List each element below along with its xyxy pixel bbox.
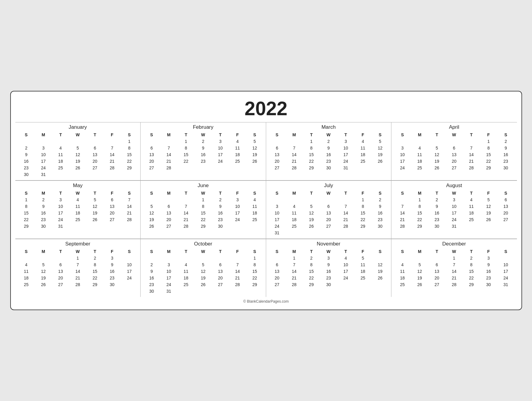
day-cell: 24 [497,275,514,281]
day-cell: 21 [104,158,121,165]
day-cell: 2 [428,196,445,203]
day-cell [177,171,194,173]
week-row: 78910111213 [394,203,515,210]
day-cell: 19 [480,210,497,216]
day-cell: 29 [246,281,263,288]
day-header: W [69,248,86,255]
day-cell [286,288,303,290]
day-cell: 23 [320,158,337,165]
day-cell [394,255,411,261]
day-cell: 2 [212,196,229,203]
day-cell [463,138,480,145]
day-cell: 21 [463,158,480,165]
day-cell: 4 [463,196,480,203]
day-cell [86,230,104,231]
day-header: M [286,190,303,196]
day-cell [497,171,514,173]
footer: © BlankCalendarPages.com [15,299,517,304]
day-cell: 30 [497,165,514,171]
month-name-july: July [269,183,389,189]
day-cell: 10 [212,145,229,151]
day-cell [69,288,86,290]
week-row [269,288,389,290]
week-row: 2627282930 [143,223,263,230]
day-cell: 14 [286,268,303,275]
day-cell: 22 [194,216,212,223]
week-row: 22232425262728 [18,216,138,223]
day-cell: 16 [143,275,160,281]
day-header: T [52,131,69,138]
day-cell: 23 [320,275,337,281]
day-header: F [480,131,497,138]
day-cell: 27 [104,216,121,223]
week-row: 10111213141516 [394,151,515,158]
day-cell: 7 [104,145,121,151]
day-cell [212,230,229,231]
week-row [394,230,515,231]
day-cell [372,230,389,236]
day-cell [121,281,138,288]
day-cell [394,230,411,231]
day-cell: 17 [52,210,69,216]
month-name-september: September [18,241,138,247]
day-header: T [177,131,194,138]
day-cell: 4 [286,203,303,210]
day-cell: 15 [480,151,497,158]
day-cell [121,223,138,230]
day-cell [143,171,160,173]
day-cell: 10 [446,203,463,210]
day-cell: 17 [121,268,138,275]
day-header: F [229,248,246,255]
day-cell: 26 [246,158,263,165]
day-cell: 29 [354,223,372,230]
week-row: 2728 [143,165,263,171]
day-header: M [411,248,428,255]
day-cell: 2 [143,261,160,268]
day-cell: 4 [177,261,194,268]
week-row: 13141516171819 [269,151,389,158]
day-cell: 16 [212,210,229,216]
day-cell: 2 [463,255,480,261]
day-cell [18,255,35,261]
day-header: S [372,131,389,138]
day-cell [229,255,246,261]
day-header: W [320,131,337,138]
day-cell [320,230,337,236]
day-cell: 19 [372,268,389,275]
day-cell: 12 [35,268,52,275]
day-cell: 20 [269,158,286,165]
day-cell: 10 [35,151,52,158]
week-row: 23242526272829 [18,165,138,171]
day-cell: 25 [354,275,372,281]
day-header: T [337,190,354,196]
day-cell [497,230,514,231]
day-cell: 21 [286,275,303,281]
day-cell: 4 [246,196,263,203]
day-cell [69,138,86,145]
day-cell: 3 [480,255,497,261]
day-cell: 28 [463,165,480,171]
week-row: 45678910 [394,261,515,268]
months-grid: JanuarySMTWTFS12345678910111213141516171… [15,122,517,297]
day-cell: 27 [269,165,286,171]
day-cell: 26 [428,165,445,171]
week-row: 1 [143,255,263,261]
day-cell: 30 [104,281,121,288]
day-cell: 3 [160,261,177,268]
day-header: T [52,190,69,196]
month-table-june: SMTWTFS123456789101112131415161718192021… [143,190,263,231]
day-cell: 26 [143,223,160,230]
day-cell: 9 [194,145,212,151]
day-header: S [394,131,411,138]
day-cell: 15 [463,268,480,275]
day-cell: 11 [69,203,86,210]
day-cell: 18 [411,158,428,165]
day-cell: 2 [497,138,514,145]
day-cell: 19 [246,151,263,158]
day-cell [372,288,389,290]
day-cell: 6 [320,203,337,210]
day-cell: 21 [286,158,303,165]
day-header: S [269,190,286,196]
day-header: S [143,190,160,196]
day-header: T [428,131,445,138]
